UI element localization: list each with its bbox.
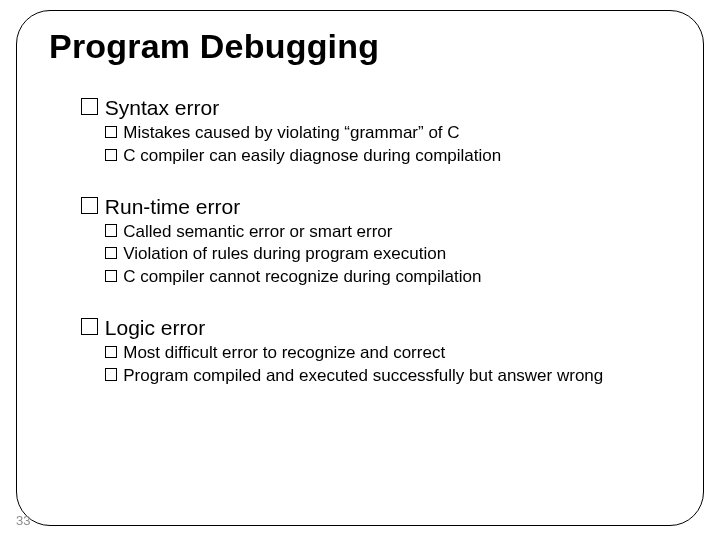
section-heading: Run-time error: [81, 195, 675, 219]
heading-text: Syntax error: [105, 96, 219, 119]
slide: Program Debugging Syntax error Mistakes …: [0, 0, 720, 540]
bullet-item: Violation of rules during program execut…: [105, 243, 675, 265]
checkbox-icon: [81, 98, 98, 115]
item-text: C compiler can easily diagnose during co…: [123, 146, 501, 165]
checkbox-icon: [105, 247, 117, 259]
section-heading: Logic error: [81, 316, 675, 340]
slide-content: Syntax error Mistakes caused by violatin…: [81, 96, 675, 386]
section-heading: Syntax error: [81, 96, 675, 120]
checkbox-icon: [105, 270, 117, 282]
checkbox-icon: [105, 126, 117, 138]
checkbox-icon: [81, 197, 98, 214]
item-text: Most difficult error to recognize and co…: [123, 343, 445, 362]
checkbox-icon: [105, 368, 117, 380]
slide-frame: Program Debugging Syntax error Mistakes …: [16, 10, 704, 526]
bullet-item: Called semantic error or smart error: [105, 221, 675, 243]
checkbox-icon: [105, 149, 117, 161]
page-number: 33: [16, 513, 30, 528]
bullet-item: Most difficult error to recognize and co…: [105, 342, 675, 364]
item-text: Mistakes caused by violating “grammar” o…: [123, 123, 459, 142]
checkbox-icon: [105, 224, 117, 236]
heading-text: Logic error: [105, 316, 205, 339]
item-text: Violation of rules during program execut…: [123, 244, 446, 263]
bullet-item: Program compiled and executed successful…: [105, 365, 675, 387]
item-text: Program compiled and executed successful…: [123, 366, 603, 385]
checkbox-icon: [105, 346, 117, 358]
checkbox-icon: [81, 318, 98, 335]
bullet-item: Mistakes caused by violating “grammar” o…: [105, 122, 675, 144]
bullet-item: C compiler can easily diagnose during co…: [105, 145, 675, 167]
slide-title: Program Debugging: [49, 27, 675, 66]
item-text: Called semantic error or smart error: [123, 222, 392, 241]
bullet-item: C compiler cannot recognize during compi…: [105, 266, 675, 288]
heading-text: Run-time error: [105, 195, 240, 218]
item-text: C compiler cannot recognize during compi…: [123, 267, 481, 286]
